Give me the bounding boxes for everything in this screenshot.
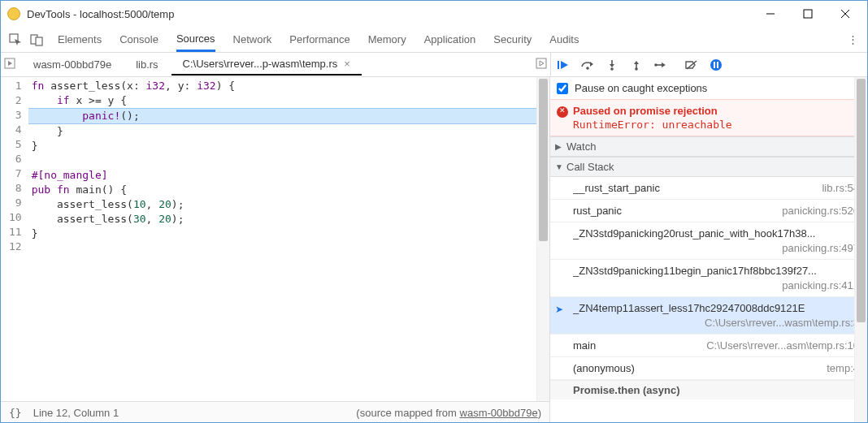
stack-frame-location: C:\Users\rrever...wasm\temp.rs:3 — [573, 317, 859, 329]
svg-rect-19 — [714, 62, 715, 68]
sourcemap-prefix: (source mapped from — [356, 407, 459, 419]
stack-frame-fn: rust_panic — [573, 205, 775, 217]
stack-frame-location: panicking.rs:526 — [782, 205, 859, 217]
watch-section-header[interactable]: ▶Watch — [550, 136, 867, 157]
code-line[interactable]: #[no_mangle] — [28, 168, 536, 183]
sourcemap-suffix: ) — [538, 407, 541, 419]
stack-frame[interactable]: (anonymous)temp:4 — [550, 357, 867, 380]
code-line[interactable]: assert_less(10, 20); — [28, 197, 536, 212]
stack-frame-fn: __rust_start_panic — [573, 182, 815, 194]
pretty-print-icon[interactable]: {} — [9, 407, 22, 419]
panel-tab-security[interactable]: Security — [493, 27, 532, 52]
file-tab[interactable]: wasm-00bbd79e — [22, 54, 123, 75]
panel-tab-audits[interactable]: Audits — [549, 27, 579, 52]
code-line[interactable]: fn assert_less(x: i32, y: i32) { — [28, 79, 536, 93]
cursor-position: Line 12, Column 1 — [33, 407, 119, 419]
chevron-right-icon: ▶ — [555, 142, 562, 151]
pause-caught-label: Pause on caught exceptions — [575, 82, 707, 94]
code-line[interactable]: } — [28, 124, 536, 139]
error-icon — [557, 106, 568, 118]
stack-frame[interactable]: _ZN3std9panicking11begin_panic17hf8bbc13… — [550, 260, 867, 297]
close-button[interactable] — [827, 2, 864, 25]
stack-frame[interactable]: __rust_start_paniclib.rs:54 — [550, 177, 867, 200]
chevron-down-icon: ▼ — [555, 162, 563, 171]
editor-scrollbar[interactable] — [536, 77, 549, 401]
pause-caught-checkbox[interactable] — [557, 83, 568, 94]
stack-frame-fn: main — [573, 339, 700, 352]
app-icon — [7, 7, 20, 20]
resume-button[interactable] — [551, 55, 575, 75]
play-pause-icon[interactable] — [4, 58, 15, 71]
stack-frame-fn: (anonymous) — [573, 362, 820, 374]
svg-point-16 — [654, 63, 658, 67]
panel-tab-performance[interactable]: Performance — [289, 27, 349, 52]
stack-frame-location: C:\Users\rrever...asm\temp.rs:10 — [706, 339, 859, 352]
stack-frame-location: panicking.rs:497 — [573, 242, 859, 254]
svg-point-12 — [610, 67, 614, 71]
svg-rect-9 — [558, 61, 559, 69]
pause-exceptions-button[interactable] — [704, 55, 728, 75]
step-over-button[interactable] — [575, 55, 600, 75]
more-options-icon[interactable]: ⋮ — [843, 30, 862, 50]
code-line[interactable] — [28, 153, 536, 168]
code-line[interactable]: pub fn main() { — [28, 183, 536, 197]
svg-rect-8 — [536, 58, 546, 68]
paused-title: Paused on promise rejection — [573, 105, 859, 117]
maximize-button[interactable] — [789, 2, 827, 25]
code-line[interactable]: } — [28, 139, 536, 153]
panel-tab-application[interactable]: Application — [424, 27, 476, 52]
code-line[interactable]: panic!(); — [28, 108, 536, 124]
close-tab-icon[interactable]: × — [344, 58, 350, 70]
go-to-icon[interactable] — [536, 58, 547, 71]
status-bar: {} Line 12, Column 1 (source mapped from… — [1, 401, 549, 423]
code-editor[interactable]: fn assert_less(x: i32, y: i32) { if x >=… — [28, 77, 536, 401]
sourcemap-link[interactable]: wasm-00bbd79e — [460, 407, 538, 419]
panel-tab-memory[interactable]: Memory — [368, 27, 406, 52]
paused-subtitle: RuntimeError: unreachable — [573, 119, 859, 131]
panel-tab-console[interactable]: Console — [119, 27, 158, 52]
window-title: DevTools - localhost:5000/temp — [27, 8, 752, 20]
code-line[interactable]: assert_less(30, 20); — [28, 212, 536, 227]
panel-tab-network[interactable]: Network — [233, 27, 272, 52]
svg-point-10 — [586, 67, 589, 70]
callstack-section-header[interactable]: ▼Call Stack — [550, 157, 867, 177]
stack-frame-fn: _ZN3std9panicking11begin_panic17hf8bbc13… — [573, 265, 859, 277]
file-tab[interactable]: C:\Users\rrever...p-wasm\temp.rs× — [171, 54, 362, 76]
stack-frame-location: panicking.rs:411 — [573, 279, 859, 291]
svg-point-18 — [710, 59, 722, 71]
stack-frame-fn: _ZN3std9panicking20rust_panic_with_hook1… — [573, 227, 859, 240]
inspect-element-icon[interactable] — [6, 30, 25, 50]
svg-rect-6 — [36, 37, 42, 45]
stack-frame[interactable]: _ZN3std9panicking20rust_panic_with_hook1… — [550, 222, 867, 260]
step-into-button[interactable] — [600, 55, 624, 75]
line-gutter: 123456789101112 — [1, 77, 28, 401]
step-out-button[interactable] — [624, 55, 649, 75]
code-line[interactable] — [28, 241, 536, 256]
paused-banner: Paused on promise rejection RuntimeError… — [550, 99, 867, 136]
stack-frame[interactable]: rust_panicpanicking.rs:526 — [550, 200, 867, 222]
panel-tab-sources[interactable]: Sources — [176, 27, 215, 52]
svg-rect-20 — [717, 62, 718, 68]
device-toolbar-icon[interactable] — [27, 30, 46, 50]
deactivate-breakpoints-button[interactable] — [679, 55, 704, 75]
stack-frame[interactable]: ➤_ZN4temp11assert_less17hc29247008ddc912… — [550, 297, 867, 335]
panel-tab-elements[interactable]: Elements — [58, 27, 102, 52]
stack-frame[interactable]: mainC:\Users\rrever...asm\temp.rs:10 — [550, 335, 867, 357]
step-button[interactable] — [649, 55, 673, 75]
svg-point-14 — [635, 67, 638, 71]
async-separator: Promise.then (async) — [550, 380, 867, 399]
stack-frame-fn: _ZN4temp11assert_less17hc29247008ddc9121… — [573, 302, 859, 314]
minimize-button[interactable] — [752, 2, 789, 25]
code-line[interactable]: } — [28, 227, 536, 241]
svg-rect-1 — [804, 10, 812, 18]
code-line[interactable]: if x >= y { — [28, 93, 536, 108]
file-tab[interactable]: lib.rs — [124, 54, 169, 75]
sidebar-scrollbar[interactable] — [854, 77, 867, 423]
current-frame-icon: ➤ — [555, 304, 563, 315]
